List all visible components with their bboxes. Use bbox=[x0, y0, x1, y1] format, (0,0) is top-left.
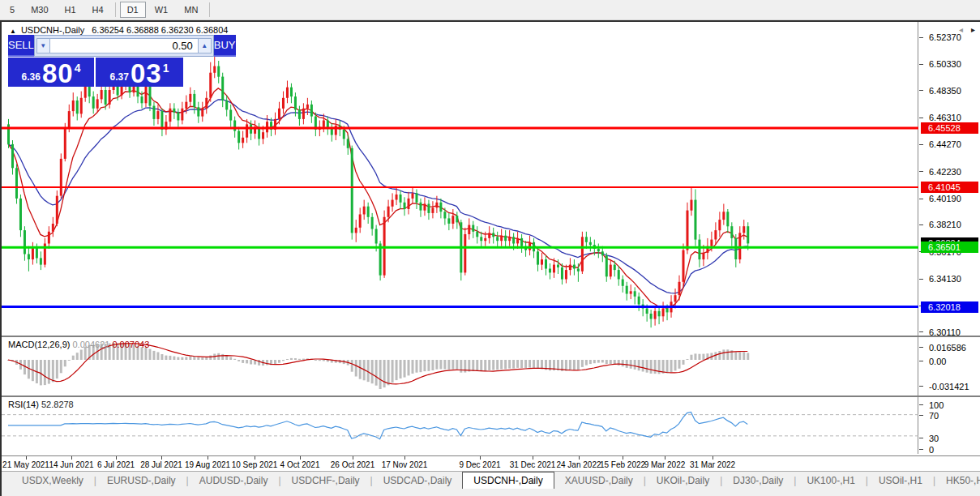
rsi-pane[interactable]: RSI(14) 52.8278 bbox=[2, 397, 918, 454]
date-tick-label: 9 Dec 2021 bbox=[459, 460, 500, 469]
date-tick-label: 19 Aug 2021 bbox=[185, 460, 230, 469]
timeframe-button-5[interactable]: 5 bbox=[2, 2, 22, 18]
date-axis[interactable]: 21 May 202114 Jun 20216 Jul 202128 Jul 2… bbox=[2, 455, 980, 471]
chart-expand-icon[interactable]: ▲ bbox=[10, 28, 16, 35]
price-tick-label: 6.38210 bbox=[929, 220, 961, 229]
buy-price-display[interactable]: 6.37 03 1 bbox=[96, 58, 183, 87]
price-axis[interactable]: 6.523706.503306.483506.463106.442706.422… bbox=[919, 22, 980, 336]
tab-dj30-daily[interactable]: DJ30-,Daily bbox=[722, 472, 794, 489]
volume-input[interactable] bbox=[50, 38, 198, 53]
tab-usdcad-daily[interactable]: USDCAD-,Daily bbox=[373, 472, 463, 489]
macd-pane[interactable]: MACD(12,26,9) 0.004621 0.007043 bbox=[2, 337, 918, 396]
macd-label: MACD(12,26,9) 0.004621 0.007043 bbox=[8, 340, 149, 349]
tab-usdcnh-daily[interactable]: USDCNH-,Daily bbox=[462, 472, 554, 489]
macd-signal-line bbox=[8, 344, 747, 384]
date-tick-label: 6 Jul 2021 bbox=[97, 460, 135, 469]
price-tick-mark bbox=[919, 90, 923, 91]
price-tick-label: 6.34130 bbox=[929, 274, 961, 284]
toolbar-separator bbox=[115, 2, 116, 17]
sell-price-display[interactable]: 6.36 80 4 bbox=[8, 58, 94, 87]
chart-tab-bar: USDX,Weekly|EURUSD-,Daily|AUDUSD-,Daily|… bbox=[2, 471, 980, 489]
tab-usoil-h1[interactable]: USOil-,H1 bbox=[868, 472, 933, 489]
sell-price-prefix: 6.36 bbox=[22, 71, 41, 83]
sell-price-big: 80 bbox=[42, 62, 74, 86]
volume-decrease-button[interactable]: ▼ bbox=[36, 38, 50, 53]
macd-axis: 0.0165860.00-0.031421 bbox=[919, 337, 980, 396]
price-badge: 6.41045 bbox=[921, 182, 978, 193]
macd-tick-mark bbox=[919, 347, 923, 348]
price-tick-label: 6.52370 bbox=[929, 32, 961, 42]
status-strip bbox=[2, 489, 980, 496]
date-tick-mark bbox=[713, 456, 713, 460]
date-tick-label: 14 Jun 2021 bbox=[49, 460, 93, 469]
date-tick-mark bbox=[26, 456, 27, 460]
sell-button[interactable]: SELL bbox=[8, 35, 34, 57]
price-tick-label: 6.40190 bbox=[929, 194, 961, 203]
date-tick-label: 31 Mar 2022 bbox=[690, 460, 735, 469]
date-tick-label: 9 Mar 2022 bbox=[644, 460, 686, 469]
rsi-tick-label: 100 bbox=[929, 400, 944, 410]
date-tick-label: 31 Dec 2021 bbox=[510, 460, 556, 469]
rsi-chart bbox=[2, 397, 918, 454]
rsi-tick-mark bbox=[919, 404, 923, 405]
date-tick-label: 24 Jan 2022 bbox=[556, 460, 601, 469]
volume-increase-button[interactable]: ▲ bbox=[198, 38, 212, 53]
date-tick-label: 26 Oct 2021 bbox=[331, 460, 374, 469]
timeframe-button-d1[interactable]: D1 bbox=[120, 2, 146, 18]
tab-scroll-right-icon[interactable]: ▸ bbox=[971, 25, 975, 34]
price-chart-pane[interactable]: ▲USDCNH-,Daily 6.36254 6.36888 6.36230 6… bbox=[2, 22, 918, 336]
price-tick-label: 6.50330 bbox=[929, 59, 961, 69]
tab-ukoil-daily[interactable]: UKOil-,Daily bbox=[646, 472, 720, 489]
price-tick-mark bbox=[919, 118, 923, 118]
price-tick-mark bbox=[919, 279, 923, 280]
date-tick-mark bbox=[161, 456, 162, 460]
timeframe-button-m30[interactable]: M30 bbox=[24, 2, 55, 18]
price-tick-mark bbox=[919, 37, 923, 38]
volume-spinner: ▼ ▲ bbox=[34, 35, 214, 57]
date-tick-mark bbox=[533, 456, 533, 460]
macd-tick-label: 0.016586 bbox=[929, 343, 966, 353]
rsi-tick-label: 0 bbox=[929, 445, 934, 455]
tab-hk50-h1[interactable]: HK50-,H1 bbox=[935, 472, 980, 489]
toolbar-separator bbox=[209, 2, 210, 17]
rsi-label: RSI(14) 52.8278 bbox=[8, 400, 74, 409]
buy-button[interactable]: BUY bbox=[214, 35, 236, 57]
timeframe-button-h4[interactable]: H4 bbox=[85, 2, 111, 18]
sell-price-pip: 4 bbox=[75, 62, 81, 75]
timeframe-button-mn[interactable]: MN bbox=[177, 2, 205, 18]
date-tick-mark bbox=[255, 456, 255, 460]
buy-price-prefix: 6.37 bbox=[110, 71, 129, 83]
buy-price-big: 03 bbox=[131, 62, 162, 86]
macd-signal-value: 0.007043 bbox=[112, 340, 149, 349]
one-click-trade-panel: SELL ▼ ▲ BUY 6.36 80 4 6.37 bbox=[8, 35, 183, 87]
tab-usdchf-daily[interactable]: USDCHF-,Daily bbox=[281, 472, 370, 489]
date-tick-mark bbox=[579, 456, 580, 460]
buy-price-pip: 1 bbox=[163, 62, 169, 75]
price-tick-mark bbox=[919, 331, 923, 332]
date-tick-mark bbox=[71, 456, 72, 460]
price-badge: 6.36501 bbox=[921, 242, 978, 253]
rsi-tick-label: 70 bbox=[929, 411, 939, 421]
date-tick-label: 4 Oct 2021 bbox=[280, 460, 320, 469]
tab-scroll-arrows: ◂▸ bbox=[959, 25, 975, 34]
tab-audusd-daily[interactable]: AUDUSD-,Daily bbox=[189, 472, 279, 489]
rsi-axis: 10070300 bbox=[919, 397, 980, 454]
tab-xauusd-daily[interactable]: XAUUSD-,Daily bbox=[554, 472, 644, 489]
rsi-tick-mark bbox=[919, 415, 923, 416]
timeframe-button-h1[interactable]: H1 bbox=[58, 2, 83, 18]
timeframe-button-w1[interactable]: W1 bbox=[148, 2, 176, 18]
macd-tick-mark bbox=[919, 361, 923, 361]
price-badge: 6.45528 bbox=[921, 122, 978, 134]
tab-uk100-h1[interactable]: UK100-,H1 bbox=[796, 472, 865, 489]
price-tick-label: 6.48350 bbox=[929, 86, 961, 96]
tab-scroll-left-icon[interactable]: ◂ bbox=[959, 25, 963, 34]
date-tick-mark bbox=[623, 456, 623, 460]
ma-fast-line bbox=[8, 88, 747, 308]
chart-title: ▲USDCNH-,Daily 6.36254 6.36888 6.36230 6… bbox=[10, 25, 228, 35]
date-tick-mark bbox=[480, 456, 481, 460]
tab-eurusd-daily[interactable]: EURUSD-,Daily bbox=[96, 472, 186, 489]
date-tick-mark bbox=[300, 456, 301, 460]
tab-usdx-weekly[interactable]: USDX,Weekly bbox=[11, 472, 94, 489]
chart-window: ▲USDCNH-,Daily 6.36254 6.36888 6.36230 6… bbox=[0, 20, 980, 496]
chart-title-symbol: USDCNH-,Daily bbox=[21, 25, 84, 35]
